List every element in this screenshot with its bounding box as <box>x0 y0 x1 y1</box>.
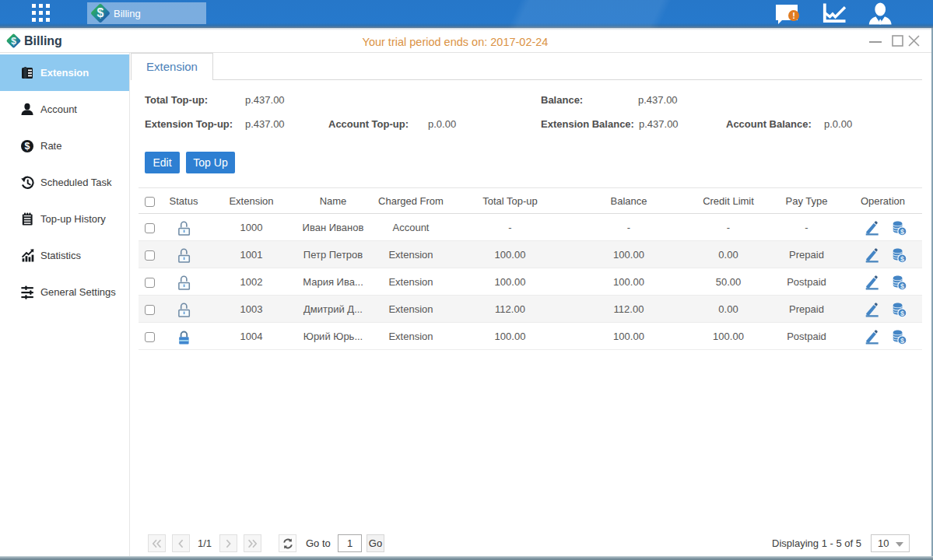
svg-text:$: $ <box>97 6 104 19</box>
svg-text:$: $ <box>25 141 30 152</box>
svg-text:!: ! <box>792 11 795 20</box>
